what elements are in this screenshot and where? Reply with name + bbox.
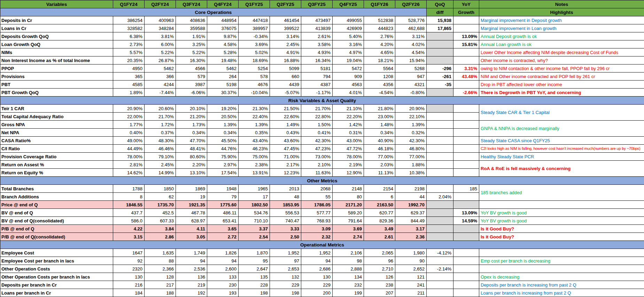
value-cell[interactable]: 200	[301, 289, 333, 297]
value-cell[interactable]: 47.45%	[270, 145, 301, 153]
yoy-growth-cell[interactable]: 15.81%	[453, 40, 479, 48]
value-cell[interactable]: 3.49	[364, 225, 395, 233]
value-cell[interactable]: 1,749	[176, 249, 207, 257]
value-cell[interactable]: 23.00%	[364, 113, 395, 121]
value-cell[interactable]: 48.41%	[176, 145, 207, 153]
yoy-growth-cell[interactable]	[453, 48, 479, 56]
yoy-growth-cell[interactable]	[453, 265, 479, 273]
value-cell[interactable]: 5.02%	[239, 48, 270, 56]
value-cell[interactable]: 21.50%	[270, 105, 301, 113]
value-cell[interactable]: 365	[113, 73, 145, 81]
row-label-c-i-ratio[interactable]: C/I Ratio	[0, 145, 113, 153]
row-label-provision-coverage-ratio[interactable]: Provision Coverage Ratio	[0, 153, 113, 161]
value-cell[interactable]: 46.46%	[145, 145, 176, 153]
value-cell[interactable]: 2,653	[270, 265, 301, 273]
row-label-deposits-in-cr[interactable]: Deposits in Cr	[0, 16, 113, 24]
yoy-growth-cell[interactable]	[453, 129, 479, 137]
value-cell[interactable]: 2148	[333, 185, 364, 193]
header-yoy-sub[interactable]: Growth	[453, 8, 479, 16]
yoy-growth-cell[interactable]	[453, 201, 479, 209]
header-q4fy24[interactable]: Q4FY24	[207, 0, 239, 8]
header-q1fy24[interactable]: Q1FY24	[113, 0, 145, 8]
value-cell[interactable]: 5254	[239, 64, 270, 73]
qoq-diff-cell[interactable]	[427, 48, 453, 56]
value-cell[interactable]: 2.10%	[301, 161, 333, 169]
value-cell[interactable]: 348284	[145, 24, 176, 32]
value-cell[interactable]: 62	[145, 193, 176, 201]
value-cell[interactable]: 1948	[207, 185, 239, 193]
yoy-growth-cell[interactable]	[453, 225, 479, 233]
header-q1fy25[interactable]: Q1FY25	[239, 0, 270, 8]
row-label-nims[interactable]: NIMs	[0, 48, 113, 56]
row-label-loan-growth-qoq[interactable]: Loan Growth QoQ	[0, 40, 113, 48]
qoq-diff-cell[interactable]	[427, 161, 453, 169]
value-cell[interactable]: 3.17	[395, 225, 427, 233]
value-cell[interactable]: 22.00%	[113, 113, 145, 121]
value-cell[interactable]: 17	[239, 193, 270, 201]
header-variables[interactable]: Variables	[0, 0, 113, 8]
value-cell[interactable]: 2,065	[364, 249, 395, 257]
qoq-diff-cell[interactable]	[427, 56, 453, 64]
qoq-diff-cell[interactable]	[427, 209, 453, 217]
value-cell[interactable]: 4563	[333, 81, 364, 89]
value-cell[interactable]: 11.63%	[301, 169, 333, 177]
value-cell[interactable]: 2163.50	[364, 201, 395, 209]
value-cell[interactable]: 4356	[364, 81, 395, 89]
note-cell[interactable]: Loans per branch is increasing from past…	[479, 289, 644, 297]
value-cell[interactable]: 1,826	[207, 249, 239, 257]
value-cell[interactable]: 1735.70	[145, 201, 176, 209]
yoy-growth-cell[interactable]: 43.48%	[453, 73, 479, 81]
value-cell[interactable]: 462,688	[395, 24, 427, 32]
value-cell[interactable]: 3.16%	[333, 40, 364, 48]
value-cell[interactable]: 21.70%	[301, 105, 333, 113]
value-cell[interactable]: 44.76%	[207, 145, 239, 153]
value-cell[interactable]: 1.42%	[333, 121, 364, 129]
value-cell[interactable]: 4.11	[176, 225, 207, 233]
value-cell[interactable]: 2.61%	[301, 32, 333, 40]
value-cell[interactable]: 3.65	[207, 225, 239, 233]
value-cell[interactable]: 22.20%	[333, 113, 364, 121]
value-cell[interactable]: 230	[207, 281, 239, 289]
note-cell[interactable]: GNPA & NNPA is decreased marginally	[479, 121, 644, 137]
qoq-diff-cell[interactable]	[427, 129, 453, 137]
value-cell[interactable]: 556.53	[270, 209, 301, 217]
value-cell[interactable]: 193	[207, 289, 239, 297]
value-cell[interactable]: 3987	[176, 81, 207, 89]
row-label-p-b-end-of-q[interactable]: P/B @ end of Q	[0, 225, 113, 233]
qoq-diff-cell[interactable]	[427, 137, 453, 145]
value-cell[interactable]: 1,952	[270, 249, 301, 257]
value-cell[interactable]: 2.86	[145, 233, 176, 241]
value-cell[interactable]: 19.48%	[207, 56, 239, 64]
row-label-bv-end-of-q[interactable]: BV @ end of Q	[0, 209, 113, 217]
value-cell[interactable]: 399522	[270, 24, 301, 32]
value-cell[interactable]: 577.77	[301, 209, 333, 217]
value-cell[interactable]: 2.50	[270, 233, 301, 241]
value-cell[interactable]: 77.00%	[364, 153, 395, 161]
value-cell[interactable]: 4321	[395, 81, 427, 89]
value-cell[interactable]: 2.45%	[270, 40, 301, 48]
value-cell[interactable]: 21.30%	[239, 105, 270, 113]
row-label-pbt[interactable]: PBT	[0, 81, 113, 89]
value-cell[interactable]: 2.17%	[270, 161, 301, 169]
value-cell[interactable]: 2.74	[333, 233, 364, 241]
value-cell[interactable]: 92	[113, 257, 145, 265]
value-cell[interactable]: 14.99%	[145, 169, 176, 177]
value-cell[interactable]: 264	[207, 73, 239, 81]
value-cell[interactable]: 229	[270, 281, 301, 289]
value-cell[interactable]: 909	[333, 73, 364, 81]
value-cell[interactable]: 400963	[145, 16, 176, 24]
value-cell[interactable]: 6.00%	[145, 40, 176, 48]
value-cell[interactable]: 2320	[113, 265, 145, 273]
value-cell[interactable]: 5462	[207, 64, 239, 73]
row-label-employee-cost[interactable]: Employee Cost	[0, 249, 113, 257]
note-cell[interactable]: Steady State CAR & Tier 1 Capital	[479, 105, 644, 121]
value-cell[interactable]: 2,106	[333, 249, 364, 257]
value-cell[interactable]: 121	[395, 273, 427, 281]
value-cell[interactable]: 16.30%	[176, 56, 207, 64]
value-cell[interactable]: 413839	[301, 24, 333, 32]
value-cell[interactable]: 447418	[239, 16, 270, 24]
row-label-bv-end-of-q-consolidated[interactable]: BV @ end of Q(consolidated)	[0, 217, 113, 225]
value-cell[interactable]: 47.72%	[333, 145, 364, 153]
value-cell[interactable]: 22.60%	[270, 113, 301, 121]
row-label-return-on-equity[interactable]: Return on Equity %	[0, 169, 113, 177]
